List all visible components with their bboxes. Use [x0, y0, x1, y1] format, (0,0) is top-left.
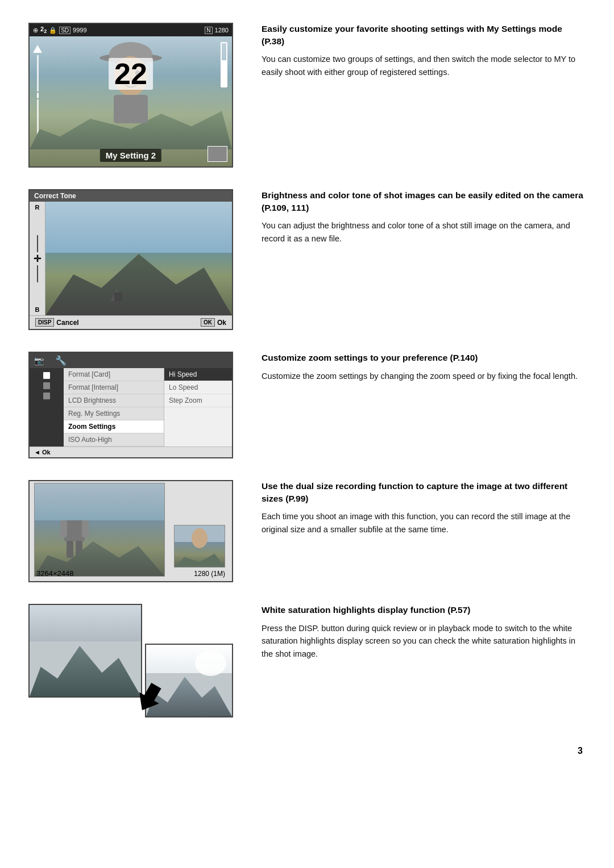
cam1-number: 22 [109, 58, 153, 90]
cam2-cancel-label: Cancel [56, 319, 78, 327]
camera-screen-tone: Correct Tone R ✛ B [28, 189, 233, 330]
cam2-container: Correct Tone R ✛ B [28, 189, 244, 330]
cam3-menu-area: Format [Card] Format [Internal] LCD Brig… [30, 368, 232, 446]
cam3-container: 📷 🔧 Format [Card] Format [Internal] LCD … [28, 352, 244, 458]
cam3-item-format-card: Format [Card] [64, 368, 164, 381]
camera-screen-menu: 📷 🔧 Format [Card] Format [Internal] LCD … [28, 352, 233, 458]
cam5-container [28, 604, 244, 717]
section5-title: White saturation highlights display func… [262, 604, 586, 616]
cam2-sidebar: R ✛ B [30, 202, 45, 315]
cam1-label: My Setting 2 [100, 149, 161, 162]
section3-body: Customize the zoom settings by changing … [262, 370, 586, 382]
cam3-dot-3 [43, 393, 50, 399]
cam4-container: 3264×2448 1280 (1M) [28, 480, 244, 582]
cam4-label2: 1280 (1M) [194, 570, 225, 578]
cam1-icon1: ⊕ [33, 27, 38, 34]
cam1-icon2: 🔒 [49, 27, 57, 34]
cam2-house-body [114, 293, 122, 301]
cam2-cross: ✛ [34, 253, 41, 264]
cam3-menu-left [30, 368, 64, 446]
cam5-mountain1 [30, 637, 141, 696]
section-white-sat: White saturation highlights display func… [28, 604, 586, 717]
section4-title: Use the dual size recording function to … [262, 480, 586, 504]
cam3-item-reg: Reg. My Settings [64, 407, 164, 420]
screens5-wrapper [28, 604, 233, 717]
cam1-resolution: 1280 [215, 27, 229, 34]
section5-body: Press the DISP. button during quick revi… [262, 622, 586, 660]
cam4-sky [35, 483, 164, 520]
cam3-item-format-int: Format [Internal] [64, 381, 164, 394]
cam2-line2 [37, 265, 38, 282]
zoom-bar [37, 55, 39, 91]
cam3-dot-1 [43, 372, 50, 379]
cam4-label1: 3264×2448 [36, 569, 73, 578]
section1-text: Easily customize your favorite shooting … [262, 23, 586, 78]
cam5-sky1 [30, 605, 141, 641]
cam3-sub-lospeed: Lo Speed [164, 381, 232, 394]
section-dual-size: 3264×2448 1280 (1M) Use the dual size re… [28, 480, 586, 582]
cam4-sub-image [174, 525, 225, 567]
camera-screen-dual: 3264×2448 1280 (1M) [28, 480, 233, 582]
cam1-battery [221, 42, 227, 87]
zoom-handle [37, 93, 39, 98]
section5-text: White saturation highlights display func… [262, 604, 586, 660]
section1-title: Easily customize your favorite shooting … [262, 23, 586, 47]
cam3-icon-wrench: 🔧 [55, 355, 67, 366]
cam4-sub-face [192, 528, 208, 548]
cam2-body: R ✛ B [30, 202, 232, 315]
cam1-body: 22 My Setting 2 [30, 36, 232, 166]
cam4-main-image [34, 483, 165, 577]
battery-fill [222, 60, 226, 86]
section3-title: Customize zoom settings to your preferen… [262, 352, 586, 364]
cam2-cancel-btn: DISP Cancel [35, 318, 79, 327]
cam3-item-lcd: LCD Brightness [64, 394, 164, 407]
cam2-ok-btn: OK Ok [201, 318, 226, 327]
cam1-zoom-slider [34, 45, 41, 136]
svg-rect-6 [114, 95, 148, 123]
cam2-line1 [37, 235, 38, 252]
cam4-sub-mountain [175, 550, 225, 567]
cam3-menu-items: Format [Card] Format [Internal] LCD Brig… [64, 368, 164, 446]
section1-body: You can customize two groups of settings… [262, 53, 586, 78]
section-correct-tone: Correct Tone R ✛ B [28, 189, 586, 330]
cam1-frames: 9999 [73, 27, 86, 34]
svg-rect-16 [67, 541, 73, 558]
ok-box: OK [201, 318, 215, 327]
cam3-sub-stepzoom: Step Zoom [164, 394, 232, 407]
zoom-bar2 [37, 99, 39, 136]
cam2-mid: ✛ [34, 235, 41, 282]
section-zoom: 📷 🔧 Format [Card] Format [Internal] LCD … [28, 352, 586, 458]
cam3-item-zoom: Zoom Settings [64, 420, 164, 433]
svg-rect-13 [64, 519, 85, 541]
cam3-icon-camera: 📷 [34, 356, 44, 365]
cam1-container: ⊕ 22 🔒 SD 9999 N 1280 [28, 23, 244, 168]
cam2-sky [45, 202, 232, 253]
section2-text: Brightness and color tone of shot images… [262, 189, 586, 245]
cam3-header: 📷 🔧 [30, 353, 232, 368]
cam3-dot-2 [43, 382, 50, 389]
zoom-triangle-top [33, 45, 42, 53]
cam1-mode: 22 [40, 26, 47, 34]
section4-text: Use the dual size recording function to … [262, 480, 586, 536]
cam2-b-label: B [35, 306, 40, 313]
cam1-preview-thumb [208, 146, 227, 162]
cam3-footer: ◄ Ok [30, 446, 232, 457]
cam3-item-iso: ISO Auto-High [64, 433, 164, 446]
arrow-down-right [131, 679, 162, 710]
section3-text: Customize zoom settings to your preferen… [262, 352, 586, 382]
section2-body: You can adjust the brightness and color … [262, 219, 586, 245]
camera-screen-ws1 [28, 604, 142, 698]
cam1-n-icon: N [205, 27, 212, 34]
camera-screen-mysettings: ⊕ 22 🔒 SD 9999 N 1280 [28, 23, 233, 168]
cam2-r-label: R [35, 204, 40, 211]
svg-rect-14 [60, 520, 67, 537]
cam1-statusbar: ⊕ 22 🔒 SD 9999 N 1280 [30, 24, 232, 36]
section4-body: Each time you shoot an image with this f… [262, 510, 586, 536]
disp-box: DISP [35, 318, 54, 327]
arrow-wrapper [131, 679, 162, 712]
cam2-mountain [45, 247, 232, 315]
cam2-title: Correct Tone [30, 190, 232, 202]
cam1-sd: SD [59, 27, 70, 34]
svg-rect-15 [82, 520, 89, 537]
svg-marker-18 [131, 679, 162, 710]
